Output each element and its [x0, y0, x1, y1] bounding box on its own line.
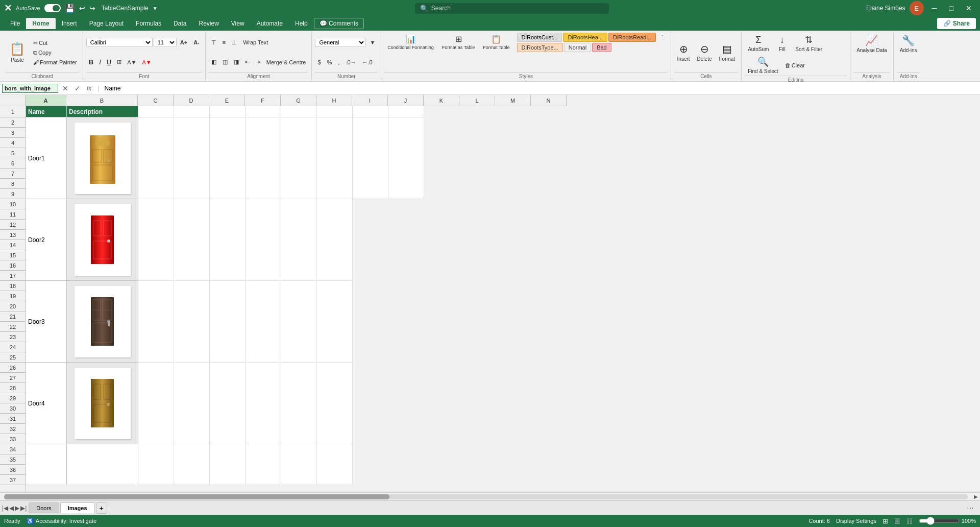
cell-a-empty[interactable] [26, 444, 67, 485]
cell-h-empty[interactable] [317, 444, 353, 485]
cell-f-door1[interactable] [246, 117, 281, 199]
cell-g1[interactable] [281, 106, 317, 117]
cell-e-door3[interactable] [210, 281, 246, 363]
cell-c-door3[interactable] [138, 281, 174, 363]
cell-f-door2[interactable] [246, 199, 281, 281]
col-header-d[interactable]: D [174, 95, 209, 106]
decrease-font-button[interactable]: A- [191, 38, 202, 46]
cell-b1[interactable]: Description [67, 106, 138, 117]
col-header-c[interactable]: C [138, 95, 174, 106]
page-break-view-button[interactable]: ☷ [906, 517, 913, 525]
cell-d-door1[interactable] [174, 117, 210, 199]
row-header-5[interactable]: 5 [0, 148, 26, 158]
cell-e-door4[interactable] [210, 363, 246, 444]
tab-insert[interactable]: Insert [56, 18, 83, 29]
cell-h-door2[interactable] [317, 199, 353, 281]
search-bar[interactable]: 🔍 Search [415, 3, 609, 14]
custom-style-button[interactable]: DiRootsCust... [517, 33, 562, 42]
save-button[interactable]: 💾 [65, 4, 75, 13]
cell-g-door2[interactable] [281, 199, 317, 281]
analyse-data-button[interactable]: 📈 Analyse Data [853, 33, 890, 55]
row-header-12[interactable]: 12 [0, 220, 26, 230]
row-header-31[interactable]: 31 [0, 414, 26, 424]
row-header-17[interactable]: 17 [0, 271, 26, 281]
cell-h-door1[interactable] [317, 117, 353, 199]
tab-file[interactable]: File [4, 18, 26, 29]
row-header-36[interactable]: 36 [0, 465, 26, 475]
sheet-nav-first[interactable]: |◀ [2, 505, 8, 512]
row-header-3[interactable]: 3 [0, 128, 26, 138]
col-header-m[interactable]: M [495, 95, 531, 106]
col-header-j[interactable]: J [388, 95, 424, 106]
clear-button[interactable]: 🗑 Clear [782, 61, 807, 69]
row-header-11[interactable]: 11 [0, 209, 26, 220]
formula-x-button[interactable]: ✕ [60, 84, 70, 92]
cell-a-door4[interactable]: Door4 [26, 363, 67, 444]
col-header-e[interactable]: E [209, 95, 245, 106]
autosum-button[interactable]: Σ AutoSum [745, 33, 772, 54]
tab-automate[interactable]: Automate [251, 18, 289, 29]
formula-input[interactable] [103, 84, 978, 93]
tab-formulas[interactable]: Formulas [130, 18, 167, 29]
cell-i1[interactable] [353, 106, 388, 117]
cell-f-door4[interactable] [246, 363, 281, 444]
h-scroll-thumb[interactable] [4, 494, 389, 499]
row-header-25[interactable]: 25 [0, 352, 26, 363]
normal-style-button[interactable]: Normal [564, 43, 591, 52]
cell-f-door3[interactable] [246, 281, 281, 363]
autosave-toggle[interactable] [44, 4, 61, 12]
row-header-29[interactable]: 29 [0, 393, 26, 403]
cell-b-door4[interactable] [67, 363, 138, 444]
decimal-decrease-button[interactable]: ←.0 [360, 58, 375, 66]
cell-c1[interactable] [138, 106, 174, 117]
row-header-18[interactable]: 18 [0, 281, 26, 291]
fill-color-button[interactable]: A▼ [125, 58, 139, 66]
tab-review[interactable]: Review [192, 18, 225, 29]
cell-c-door4[interactable] [138, 363, 174, 444]
h-scrollbar[interactable] [4, 494, 968, 499]
cell-j1[interactable] [388, 106, 424, 117]
font-color-button[interactable]: A▼ [139, 58, 154, 66]
cell-e-door2[interactable] [210, 199, 246, 281]
col-header-n[interactable]: N [531, 95, 567, 106]
underline-button[interactable]: U [104, 57, 114, 67]
col-header-i[interactable]: I [352, 95, 388, 106]
cell-b-door2[interactable] [67, 199, 138, 281]
cell-a-door3[interactable]: Door3 [26, 281, 67, 363]
row-header-9[interactable]: 9 [0, 189, 26, 199]
scrollbar-right-button[interactable]: ▶ [972, 494, 980, 499]
cell-g-door3[interactable] [281, 281, 317, 363]
row-header-32[interactable]: 32 [0, 424, 26, 434]
row-header-13[interactable]: 13 [0, 230, 26, 240]
row-header-6[interactable]: 6 [0, 158, 26, 169]
grid[interactable]: Name Description [26, 106, 980, 492]
row-header-2[interactable]: 2 [0, 117, 26, 128]
reading-style-button[interactable]: DiRootsRead... [608, 33, 656, 42]
align-right-button[interactable]: ◨ [231, 58, 241, 66]
heading-style-button[interactable]: DiRootsHea... [563, 33, 607, 42]
cell-b-empty[interactable] [67, 444, 138, 485]
sheet-tab-doors[interactable]: Doors [29, 502, 59, 513]
share-button[interactable]: 🔗 Share [937, 18, 976, 29]
row-header-14[interactable]: 14 [0, 240, 26, 250]
cell-c-empty[interactable] [138, 444, 174, 485]
cell-a-door1[interactable]: Door1 [26, 117, 67, 199]
tab-data[interactable]: Data [167, 18, 192, 29]
delete-cells-button[interactable]: ⊖ Delete [694, 41, 715, 63]
cell-d-door3[interactable] [174, 281, 210, 363]
cell-b-door3[interactable] [67, 281, 138, 363]
cell-i-door1[interactable] [353, 117, 388, 199]
row-header-23[interactable]: 23 [0, 332, 26, 342]
comments-button[interactable]: 💬 Comments [314, 18, 364, 29]
font-family-select[interactable]: Calibri [86, 38, 153, 47]
row-header-1[interactable]: 1 [0, 106, 26, 117]
cell-f-empty[interactable] [246, 444, 281, 485]
find-select-button[interactable]: 🔍 Find & Select [745, 55, 781, 76]
align-left-button[interactable]: ◧ [209, 58, 219, 66]
addins-button[interactable]: 🔧 Add-ins [897, 33, 920, 55]
dropdown-chevron-icon[interactable]: ▼ [153, 6, 158, 11]
percent-button[interactable]: % [325, 58, 335, 66]
align-middle-button[interactable]: ≡ [220, 38, 228, 46]
conditional-formatting-button[interactable]: 📊 Conditional Formatting [384, 33, 437, 52]
comma-button[interactable]: , [335, 58, 342, 66]
